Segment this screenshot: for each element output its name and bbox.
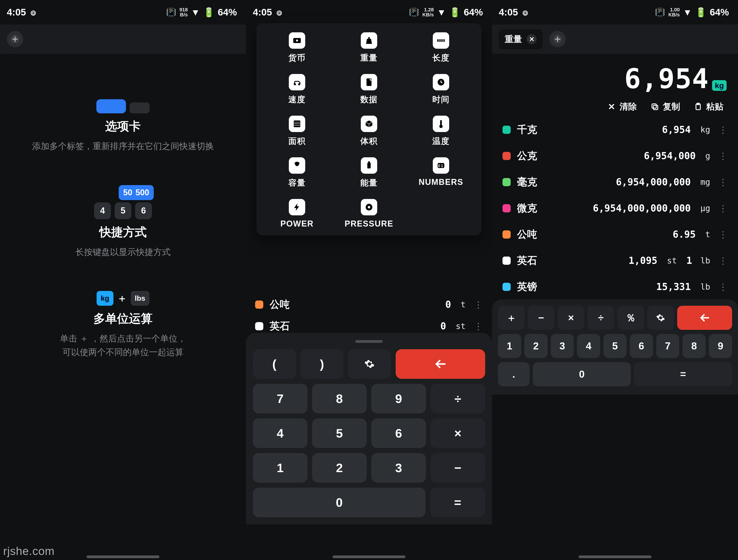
- category-area[interactable]: 面积: [263, 116, 331, 147]
- display-value: 6,954: [624, 63, 709, 94]
- category-power[interactable]: POWER: [263, 199, 331, 228]
- unit-row[interactable]: 英石0st⋮: [255, 320, 483, 333]
- category-numbers[interactable]: 01NUMBERS: [407, 157, 475, 188]
- category-data[interactable]: 数据: [335, 74, 403, 105]
- category-pressure[interactable]: PRESSURE: [335, 199, 403, 228]
- key-paren-open[interactable]: (: [253, 349, 296, 379]
- category-currency[interactable]: 货币: [263, 32, 331, 63]
- key-2[interactable]: 2: [312, 453, 367, 483]
- unit-row[interactable]: 英镑15,331lb⋮: [502, 280, 728, 294]
- key-op[interactable]: ％: [618, 306, 644, 330]
- category-weight[interactable]: 重量: [335, 32, 403, 63]
- key-0[interactable]: 0: [253, 488, 425, 517]
- status-bar: 4:05 ⌾ 📳 1.28KB/s ▼ 🔋 64%: [246, 0, 492, 25]
- key-6[interactable]: 6: [630, 334, 653, 358]
- category-capacity[interactable]: 容量: [263, 157, 331, 188]
- tab-weight[interactable]: 重量 ✕: [499, 29, 542, 49]
- category-time[interactable]: 时间: [407, 74, 475, 105]
- key-paren-close[interactable]: ): [301, 349, 344, 379]
- unit-value: 6.95: [673, 229, 696, 240]
- key-divide[interactable]: ÷: [430, 384, 485, 413]
- copy-button[interactable]: 复制: [651, 101, 680, 112]
- unit-row[interactable]: 英石1,095st1lb⋮: [502, 254, 728, 267]
- home-indicator[interactable]: [579, 555, 652, 558]
- key-backspace[interactable]: [396, 349, 485, 379]
- actions: ✕清除 复制 粘贴: [492, 98, 738, 121]
- close-icon[interactable]: ✕: [526, 34, 536, 44]
- key-7[interactable]: 7: [656, 334, 680, 358]
- unit-symbol: g: [705, 151, 710, 160]
- key-8[interactable]: 8: [312, 384, 367, 413]
- key-multiply[interactable]: ×: [430, 418, 485, 448]
- key-op[interactable]: ÷: [588, 306, 614, 330]
- unit-row[interactable]: 公克6,954,000g⋮: [502, 149, 728, 162]
- more-icon[interactable]: ⋮: [717, 177, 728, 187]
- svg-rect-22: [697, 103, 699, 104]
- unit-symbol: t: [705, 230, 710, 239]
- tab-label: 重量: [505, 33, 522, 45]
- key-3[interactable]: 3: [551, 334, 574, 358]
- unit-row[interactable]: 公吨0t⋮: [255, 298, 483, 311]
- key-9[interactable]: 9: [371, 384, 426, 413]
- key-op[interactable]: ×: [558, 306, 584, 330]
- key-1[interactable]: 1: [253, 453, 308, 483]
- status-icon: ⌾: [30, 7, 36, 18]
- category-length[interactable]: 长度: [407, 32, 475, 63]
- key-3[interactable]: 3: [371, 453, 426, 483]
- key-6[interactable]: 6: [371, 418, 426, 448]
- drag-handle[interactable]: [355, 340, 383, 343]
- key-settings[interactable]: [348, 349, 391, 379]
- key-equals[interactable]: =: [430, 488, 485, 517]
- category-label: NUMBERS: [419, 177, 463, 187]
- key-1[interactable]: 1: [498, 334, 521, 358]
- key-op[interactable]: ＋: [498, 306, 524, 330]
- home-indicator[interactable]: [86, 555, 159, 558]
- key-minus[interactable]: −: [430, 453, 485, 483]
- category-label: 面积: [288, 136, 306, 147]
- unit-dot: [502, 204, 511, 212]
- unit-value: 0: [445, 299, 451, 310]
- category-volume[interactable]: 体积: [335, 116, 403, 147]
- screenshot-2: 4:05 ⌾ 📳 1.28KB/s ▼ 🔋 64% 货币重量长度速度数据时间面积…: [246, 0, 492, 560]
- unit-row[interactable]: 毫克6,954,000,000mg⋮: [502, 175, 728, 189]
- more-icon[interactable]: ⋮: [472, 321, 483, 332]
- paste-button[interactable]: 粘贴: [694, 101, 723, 112]
- key-equals[interactable]: =: [634, 362, 732, 386]
- home-indicator[interactable]: [333, 555, 405, 558]
- feature-tabs: 选项卡 添加多个标签，重新排序并在它们之间快速切换: [18, 99, 228, 153]
- more-icon[interactable]: ⋮: [717, 151, 728, 161]
- key-9[interactable]: 9: [709, 334, 732, 358]
- category-temp[interactable]: 温度: [407, 116, 475, 147]
- key-dot[interactable]: .: [498, 362, 529, 386]
- add-tab-button[interactable]: [7, 31, 23, 47]
- key-5[interactable]: 5: [604, 334, 627, 358]
- key-op[interactable]: −: [528, 306, 555, 330]
- more-icon[interactable]: ⋮: [717, 229, 728, 240]
- key-4[interactable]: 4: [253, 418, 308, 448]
- category-speed[interactable]: 速度: [263, 74, 331, 105]
- more-icon[interactable]: ⋮: [472, 300, 483, 310]
- category-energy[interactable]: 能量: [335, 157, 403, 188]
- tabs-illustration: [96, 99, 150, 113]
- key-0[interactable]: 0: [533, 362, 631, 386]
- key-backspace[interactable]: [677, 306, 732, 330]
- clear-button[interactable]: ✕清除: [607, 101, 637, 112]
- key-2[interactable]: 2: [524, 334, 547, 358]
- key-5[interactable]: 5: [312, 418, 367, 448]
- key-7[interactable]: 7: [253, 384, 308, 413]
- unit-dot: [502, 230, 511, 238]
- key-4[interactable]: 4: [577, 334, 600, 358]
- more-icon[interactable]: ⋮: [717, 124, 728, 135]
- unit-row[interactable]: 千克6,954kg⋮: [502, 123, 728, 136]
- key-settings[interactable]: [647, 306, 674, 330]
- key-8[interactable]: 8: [682, 334, 706, 358]
- more-icon[interactable]: ⋮: [717, 203, 728, 213]
- unit-row[interactable]: 公吨6.95t⋮: [502, 228, 728, 241]
- feature-desc: 单击 ＋ ，然后点击另一个单位， 可以使两个不同的单位一起运算: [60, 332, 186, 360]
- unit-row[interactable]: 微克6,954,000,000,000µg⋮: [502, 201, 728, 215]
- svg-rect-3: [368, 37, 370, 39]
- more-icon[interactable]: ⋮: [717, 255, 728, 266]
- add-tab-button[interactable]: [549, 31, 566, 47]
- status-bar: 4:05 ⌾ 📳 1.00KB/s ▼ 🔋 64%: [492, 0, 738, 25]
- more-icon[interactable]: ⋮: [717, 282, 728, 292]
